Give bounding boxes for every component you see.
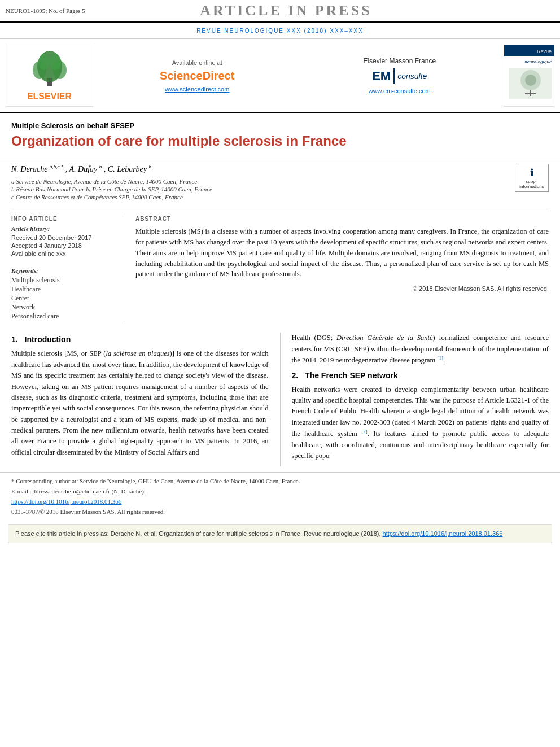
consulte-label: consulte bbox=[397, 72, 427, 81]
section1-number: 1. bbox=[11, 335, 18, 344]
suppl-label: suppl. informations bbox=[518, 179, 546, 189]
affiliation-a: a Service de Neurologie, Avenue de la Cô… bbox=[11, 178, 515, 185]
section1-para1: Multiple sclerosis [MS, or SEP (la sclér… bbox=[11, 348, 269, 458]
email-address: derache-n@chu-caen.fr (N. Derache). bbox=[51, 488, 145, 495]
info-section-title: INFO ARTICLE bbox=[11, 216, 116, 222]
elsevier-tree-icon bbox=[27, 50, 72, 89]
revue-thumb-header: Revue bbox=[504, 45, 554, 56]
journal-header: REVUE NEUROLOGIQUE XXX (2018) XXX–XXX bbox=[0, 23, 560, 39]
col-left: 1. Introduction Multiple sclerosis [MS, … bbox=[11, 333, 269, 466]
em-divider bbox=[393, 68, 395, 84]
affiliation-b: b Réseau Bas-Normand Pour la Prise en Ch… bbox=[11, 186, 515, 193]
em-consulte-box: Elsevier Masson France EM consulte www.e… bbox=[301, 45, 498, 107]
available-text: Available online at bbox=[172, 59, 222, 66]
abstract-col: ABSTRACT Multiple sclerosis (MS) is a di… bbox=[135, 216, 549, 321]
keyword-2: Healthcare bbox=[11, 285, 116, 294]
sciencedirect-label: ScienceDirect bbox=[160, 69, 234, 82]
divider-1 bbox=[11, 211, 549, 211]
ref1: [1] bbox=[437, 355, 443, 361]
author1: N. Derache bbox=[11, 164, 50, 173]
author3-sup: b bbox=[149, 164, 152, 169]
article-title-area: Multiple Sclerosis on behalf SFSEP Organ… bbox=[0, 113, 560, 159]
revue-thumb-image bbox=[509, 68, 552, 99]
citation-link[interactable]: https://doi.org/10.1016/j.neurol.2018.01… bbox=[383, 530, 503, 537]
author-sep1: , A. Dufay bbox=[65, 164, 99, 173]
section1-title: Introduction bbox=[25, 335, 71, 344]
svg-point-4 bbox=[38, 54, 50, 70]
issn-line: 0035-3787/© 2018 Elsevier Masson SAS. Al… bbox=[11, 508, 549, 515]
em-label: EM bbox=[372, 69, 391, 84]
elsevier-logo-box: ELSEVIER bbox=[6, 45, 93, 107]
author1-sup: a,b,c,* bbox=[50, 164, 63, 169]
sciencedirect-box: Available online at ScienceDirect www.sc… bbox=[99, 45, 296, 107]
keyword-3: Center bbox=[11, 294, 116, 303]
keyword-4: Network bbox=[11, 303, 116, 312]
keyword-5: Personalized care bbox=[11, 312, 116, 321]
revue-thumbnail: Revue neurologique bbox=[504, 45, 554, 107]
info-col: INFO ARTICLE Article history: Received 2… bbox=[11, 216, 124, 321]
authors-text: N. Derache a,b,c,* , A. Dufay b , C. Leb… bbox=[11, 164, 515, 174]
revue-thumb-header-text: Revue bbox=[537, 49, 552, 54]
revue-thumb-title: neurologique bbox=[524, 59, 552, 65]
col-right: Health (DGS; Direction Générale de la Sa… bbox=[292, 333, 549, 466]
article-id: NEUROL-1895; No. of Pages 5 bbox=[6, 7, 85, 14]
citation-text: Please cite this article in press as: De… bbox=[15, 530, 380, 537]
section2-heading: 2. The French SEP network bbox=[292, 371, 549, 380]
received-date: Received 20 December 2017 bbox=[11, 234, 116, 241]
available-online: Available online xxx bbox=[11, 250, 116, 257]
revue-thumb-icon bbox=[514, 69, 548, 97]
section1-heading: 1. Introduction bbox=[11, 335, 269, 344]
suppl-box: ℹ suppl. informations bbox=[515, 164, 549, 192]
article-in-press-label: ARTICLE IN PRESS bbox=[85, 2, 487, 19]
section2-para1: Health networks were created to develop … bbox=[292, 385, 549, 462]
top-bar: NEUROL-1895; No. of Pages 5 ARTICLE IN P… bbox=[0, 0, 560, 23]
article-category: Multiple Sclerosis on behalf SFSEP bbox=[11, 121, 549, 130]
article-main-title: Organization of care for multiple sclero… bbox=[11, 133, 549, 150]
column-divider bbox=[280, 333, 281, 466]
publisher-row: ELSEVIER Available online at ScienceDire… bbox=[0, 39, 560, 113]
keywords-list: Multiple sclerosis Healthcare Center Net… bbox=[11, 276, 116, 321]
svg-point-8 bbox=[525, 75, 536, 86]
affiliation-c: c Centre de Ressources et de Compétences… bbox=[11, 194, 515, 200]
email-label: E-mail address: bbox=[11, 488, 50, 495]
email-line: E-mail address: derache-n@chu-caen.fr (N… bbox=[11, 487, 549, 496]
info-abstract-row: INFO ARTICLE Article history: Received 2… bbox=[0, 216, 560, 321]
author2-sup: b bbox=[99, 164, 102, 169]
keyword-1: Multiple sclerosis bbox=[11, 276, 116, 285]
revue-thumb-body: neurologique bbox=[504, 56, 554, 101]
doi-link[interactable]: https://doi.org/10.1016/j.neurol.2018.01… bbox=[11, 498, 121, 505]
info-icon: ℹ bbox=[518, 167, 546, 179]
abstract-title: ABSTRACT bbox=[135, 216, 549, 222]
copyright-line: © 2018 Elsevier Masson SAS. All rights r… bbox=[135, 285, 549, 292]
authors-area: N. Derache a,b,c,* , A. Dufay b , C. Leb… bbox=[0, 159, 560, 207]
elsevier-label: ELSEVIER bbox=[27, 91, 72, 102]
sciencedirect-url[interactable]: www.sciencedirect.com bbox=[165, 86, 229, 93]
section2-number: 2. bbox=[292, 371, 299, 380]
main-content: 1. Introduction Multiple sclerosis [MS, … bbox=[0, 327, 560, 471]
elsevier-masson-label: Elsevier Masson France bbox=[363, 57, 436, 65]
author-sep2: , C. Lebarbey bbox=[104, 164, 149, 173]
doi-line: https://doi.org/10.1016/j.neurol.2018.01… bbox=[11, 497, 549, 506]
corresponding-author: * Corresponding author at: Service de Ne… bbox=[11, 477, 549, 486]
article-history-label: Article history: bbox=[11, 225, 116, 232]
svg-point-5 bbox=[50, 54, 61, 70]
citation-bar: Please cite this article in press as: De… bbox=[8, 524, 552, 544]
em-consulte-logo: EM consulte bbox=[372, 68, 427, 84]
footer-notes: * Corresponding author at: Service de Ne… bbox=[0, 472, 560, 518]
em-consulte-url[interactable]: www.em-consulte.com bbox=[369, 88, 431, 94]
authors-left: N. Derache a,b,c,* , A. Dufay b , C. Leb… bbox=[11, 164, 515, 202]
ref2: [2] bbox=[361, 429, 368, 434]
section2-title: The French SEP network bbox=[305, 371, 398, 380]
section1-para2: Health (DGS; Direction Générale de la Sa… bbox=[292, 333, 549, 366]
journal-name: REVUE NEUROLOGIQUE XXX (2018) XXX–XXX bbox=[196, 28, 364, 34]
abstract-text: Multiple sclerosis (MS) is a disease wit… bbox=[135, 226, 549, 279]
keywords-label: Keywords: bbox=[11, 267, 116, 274]
accepted-date: Accepted 4 January 2018 bbox=[11, 242, 116, 249]
